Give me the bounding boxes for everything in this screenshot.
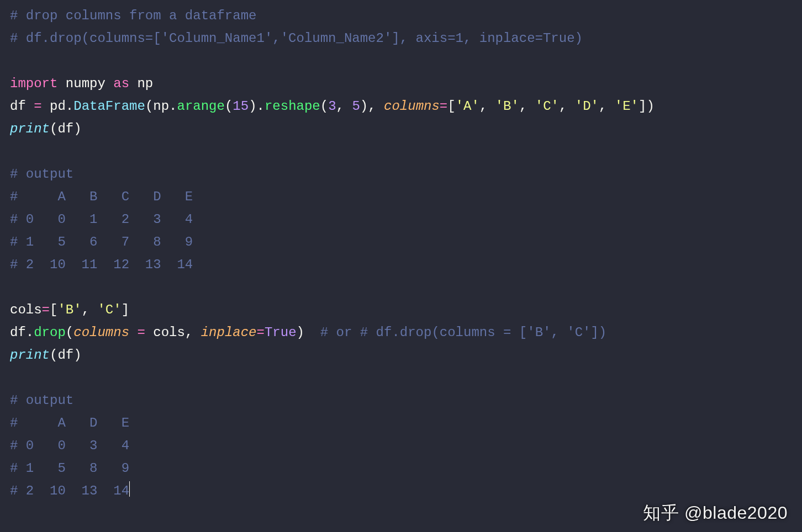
output-row: # A D E [10,416,129,430]
var-df: df [57,348,73,363]
var-df: df [57,121,73,136]
alias-np: np [153,99,169,114]
module-pd: pd [50,99,66,114]
output-row: # 1 5 8 9 [10,461,129,476]
dot: . [66,99,73,114]
paren-open: ( [225,99,233,114]
fn-print: print [10,121,50,136]
op-eq: = [42,302,50,317]
paren-close: ) [249,99,256,114]
kw-as: as [113,76,129,91]
output-row: # 2 10 13 14 [10,483,129,498]
comma: , [519,99,535,114]
comment-trailing: # or # df.drop(columns = ['B', 'C']) [320,325,606,340]
bracket-close: ] [639,99,646,114]
param-inplace: inplace [201,325,257,340]
dot: . [26,325,34,340]
var-cols: cols [10,302,42,317]
comma: , [336,99,352,114]
paren-open: ( [320,99,328,114]
bool-true: True [265,325,297,340]
comma: , [599,99,615,114]
comment-output: # output [10,393,73,408]
paren-close: ) [646,99,654,114]
bracket-open: [ [447,99,455,114]
paren-close: ) [73,348,81,363]
code-block: # drop columns from a dataframe # df.dro… [0,0,802,507]
output-row: # 1 5 6 7 8 9 [10,235,193,249]
module-numpy: numpy [66,76,105,91]
output-row: # 2 10 11 12 13 14 [10,257,193,272]
op-eq: = [257,325,265,340]
str-C: 'C' [97,302,121,317]
paren-open: ( [50,348,57,363]
paren-close: ) [73,121,81,136]
dot: . [257,99,265,114]
comment-line: # df.drop(columns=['Column_Name1','Colum… [10,31,583,46]
paren-open: ( [66,325,73,340]
kw-import: import [10,76,57,91]
num-15: 15 [233,99,249,114]
str-D: 'D' [575,99,599,114]
comment-line: # drop columns from a dataframe [10,8,256,23]
var-df: df [10,99,26,114]
str-A: 'A' [456,99,479,114]
str-E: 'E' [615,99,639,114]
paren-open: ( [145,99,153,114]
comment-output: # output [10,167,73,182]
output-row: # A B C D E [10,189,193,204]
op-eq: = [440,99,447,114]
class-dataframe: DataFrame [73,99,145,114]
num-5: 5 [352,99,360,114]
param-columns: columns [384,99,440,114]
var-df: df [10,325,26,340]
comma: , [559,99,575,114]
fn-print: print [10,348,50,363]
text-cursor [129,481,130,497]
comma: , [82,302,98,317]
output-row: # 0 0 1 2 3 4 [10,212,193,227]
comma: , [185,325,201,340]
fn-reshape: reshape [265,99,320,114]
dot: . [169,99,177,114]
output-row: # 0 0 3 4 [10,438,129,453]
param-columns: columns [73,325,129,340]
bracket-close: ] [122,302,129,317]
paren-close: ) [297,325,304,340]
fn-drop: drop [34,325,66,340]
str-B: 'B' [495,99,519,114]
paren-open: ( [50,121,57,136]
comma: , [479,99,495,114]
bracket-open: [ [50,302,57,317]
var-cols: cols [153,325,185,340]
str-B: 'B' [57,302,81,317]
op-assign: = [34,99,41,114]
op-eq: = [137,325,145,340]
fn-arange: arange [177,99,225,114]
num-3: 3 [328,99,336,114]
str-C: 'C' [535,99,559,114]
comma: , [368,99,384,114]
alias-np: np [137,76,153,91]
paren-close: ) [360,99,368,114]
